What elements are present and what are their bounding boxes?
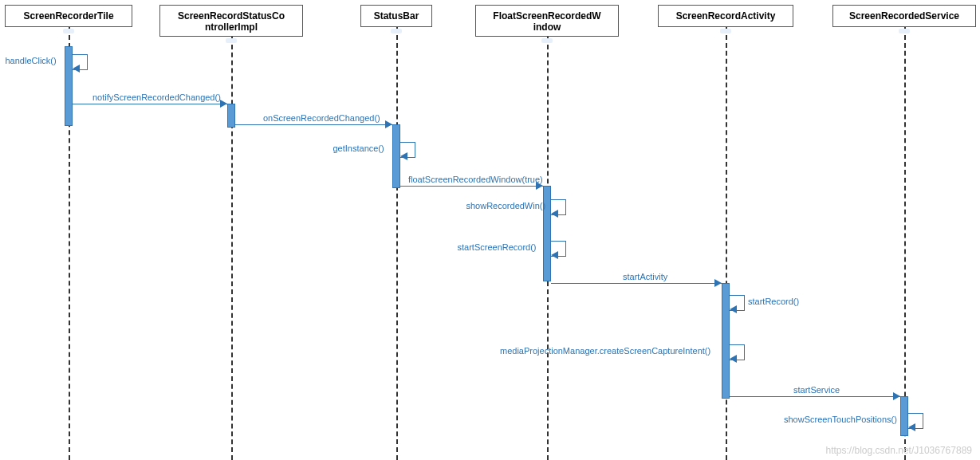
msg-floatwin-line [400, 186, 543, 187]
msg-startactivity-label: startActivity [623, 272, 667, 281]
msg-startactivity-line [551, 283, 722, 284]
act-p3 [392, 124, 400, 188]
msg-getInstance-label: getInstance() [333, 144, 384, 153]
msg-startservice-line [730, 396, 900, 397]
msg-mpm-label: mediaProjectionManager.createScreenCaptu… [500, 346, 710, 356]
lifeline-head-p2 [226, 38, 237, 43]
lifeline-p3 [396, 27, 398, 460]
msg-startrec-label: startScreenRecord() [458, 242, 537, 252]
msg-notify-arrowhead [220, 100, 227, 108]
participant-p1: ScreenRecorderTile [5, 5, 132, 27]
msg-getInstance-arrowhead [400, 152, 407, 160]
msg-startservice-label: startService [793, 385, 840, 395]
msg-notify-label: notifyScreenRecordedChanged() [92, 92, 221, 102]
lifeline-head-p1 [63, 29, 74, 33]
participant-p5: ScreenRecordActivity [658, 5, 793, 27]
lifeline-p2 [231, 37, 233, 460]
msg-touchpos-arrowhead [908, 423, 915, 431]
participant-p3: StatusBar [360, 5, 432, 27]
msg-showwin-arrowhead [551, 210, 558, 218]
lifeline-head-p3 [391, 29, 402, 33]
msg-notify-line [73, 104, 227, 104]
participant-p6: ScreenRecordedService [832, 5, 976, 27]
msg-handleClick-arrowhead [73, 65, 80, 73]
act-p5 [722, 283, 730, 399]
act-p6 [900, 396, 908, 436]
act-p2 [227, 104, 235, 128]
participant-p2: ScreenRecordStatusCo ntrollerImpl [159, 5, 303, 37]
act-p1 [65, 46, 73, 126]
msg-mpm-arrowhead [730, 355, 737, 363]
participant-p4: FloatScreenRecordedW indow [475, 5, 619, 37]
msg-floatwin-label: floatScreenRecordedWindow(true) [408, 175, 543, 184]
lifeline-head-p5 [720, 29, 731, 33]
msg-startrecord-label: startRecord() [748, 297, 799, 306]
msg-startrec-arrowhead [551, 251, 558, 259]
lifeline-head-p4 [541, 38, 553, 43]
msg-startservice-arrowhead [893, 392, 900, 400]
msg-onchanged-line [235, 124, 392, 125]
msg-startrecord-arrowhead [730, 305, 737, 313]
msg-handleClick-label: handleClick() [6, 56, 57, 65]
msg-onchanged-arrowhead [385, 120, 392, 128]
msg-showwin-label: showRecordedWin() [466, 201, 546, 210]
msg-startactivity-arrowhead [714, 279, 722, 287]
lifeline-head-p6 [899, 29, 910, 33]
lifeline-p6 [904, 27, 906, 460]
watermark: https://blog.csdn.net/J1036767889 [826, 445, 972, 456]
msg-onchanged-label: onScreenRecordedChanged() [263, 113, 380, 123]
msg-touchpos-label: showScreenTouchPositions() [784, 415, 897, 424]
act-p4 [543, 186, 551, 281]
